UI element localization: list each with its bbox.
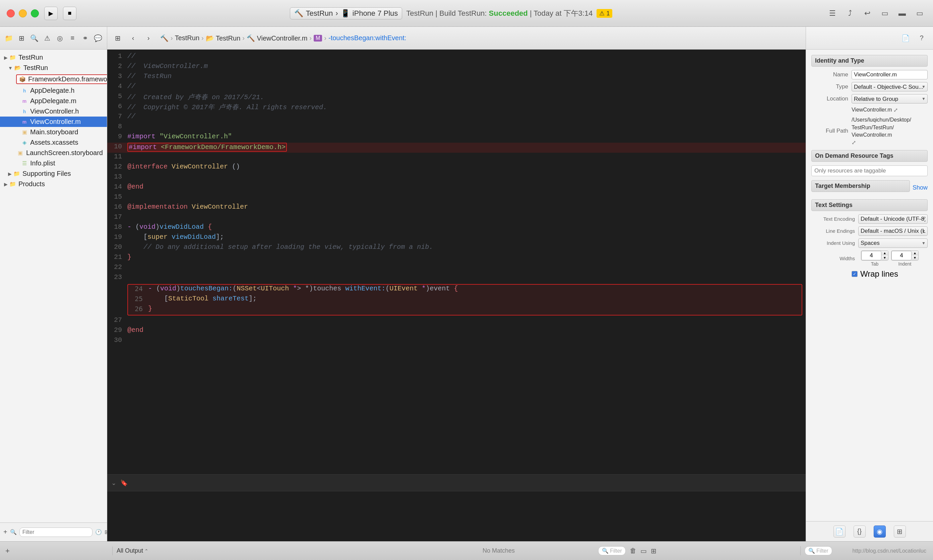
output-selector[interactable]: All Output ⌃ bbox=[117, 547, 148, 554]
sidebar-item-appdelegate-h[interactable]: h AppDelegate.h bbox=[0, 85, 107, 96]
panel-bottom-icon[interactable]: ▬ bbox=[896, 7, 909, 20]
options-icon[interactable]: ⊞ bbox=[105, 529, 107, 535]
breadcrumb-file[interactable]: 🔨 ViewController.m bbox=[247, 34, 307, 42]
run-button[interactable]: ▶ bbox=[44, 7, 58, 20]
indent-using-select[interactable]: Spaces bbox=[858, 238, 928, 248]
grid-view-icon[interactable]: ⊞ bbox=[111, 32, 124, 45]
tags-input[interactable] bbox=[811, 165, 928, 176]
item-label: Supporting Files bbox=[22, 170, 71, 177]
item-label: TestRun bbox=[19, 54, 43, 61]
nav-forward-icon[interactable]: › bbox=[142, 32, 155, 45]
file-reveal-icon[interactable]: ⤢ bbox=[893, 107, 898, 113]
circle-active-icon[interactable]: ◉ bbox=[874, 526, 886, 538]
stop-button[interactable]: ■ bbox=[63, 7, 76, 20]
close-button[interactable] bbox=[7, 9, 15, 17]
right-panel-bottom-icons: 📄 {} ◉ ⊞ bbox=[806, 521, 933, 541]
folder-icon: 📁 bbox=[9, 180, 16, 188]
breadcrumb-folder[interactable]: 📂 TestRun bbox=[206, 34, 241, 42]
sidebar-item-supporting[interactable]: ▶ 📁 Supporting Files bbox=[0, 168, 107, 179]
list-icon[interactable]: ≡ bbox=[67, 32, 77, 45]
grid-icon[interactable]: ⊞ bbox=[17, 32, 27, 45]
panel-right-icon[interactable]: ▭ bbox=[913, 7, 926, 20]
warning-icon[interactable]: ⚠ bbox=[42, 32, 52, 45]
breadcrumb: 🔨 › TestRun › 📂 TestRun › 🔨 ViewControll… bbox=[160, 34, 406, 42]
sidebar-item-viewcontroller-h[interactable]: h ViewController.h bbox=[0, 106, 107, 117]
square-icon[interactable]: ⊞ bbox=[894, 526, 906, 538]
sidebar-item-main-storyboard[interactable]: ▣ Main.storyboard bbox=[0, 127, 107, 137]
file-inspector-icon[interactable]: 📄 bbox=[833, 526, 845, 538]
disclosure-arrow: ▼ bbox=[8, 65, 13, 71]
sidebar-item-appdelegate-m[interactable]: m AppDelegate.m bbox=[0, 96, 107, 106]
curly-braces-icon[interactable]: {} bbox=[854, 526, 866, 538]
fullpath-display: /Users/luqichun/Desktop/TestRun/TestRun/… bbox=[851, 116, 928, 146]
show-link[interactable]: Show bbox=[913, 184, 928, 191]
tab-width-up[interactable]: ▲ bbox=[881, 251, 888, 255]
code-line-16: 16 @implementation ViewController bbox=[107, 203, 806, 213]
item-label: ViewController.m bbox=[30, 118, 81, 126]
layout-icon-2[interactable]: ⊞ bbox=[651, 547, 657, 555]
share-icon[interactable]: ⤴ bbox=[843, 7, 857, 20]
code-line-20: 20 // Do any additional setup after load… bbox=[107, 243, 806, 253]
tab-width-input[interactable] bbox=[861, 251, 881, 260]
wrap-lines-checkbox[interactable]: ✓ bbox=[851, 271, 857, 277]
text-encoding-select[interactable]: Default - Unicode (UTF-8) bbox=[858, 214, 928, 224]
sidebar-item-launchscreen[interactable]: ▣ LaunchScreen.storyboard bbox=[0, 148, 107, 158]
type-select[interactable]: Default - Objective-C Sou... bbox=[851, 82, 928, 91]
storyboard-icon: ▣ bbox=[21, 129, 28, 136]
plist-icon: ☰ bbox=[21, 160, 28, 167]
sidebar-filter-input[interactable] bbox=[19, 528, 93, 537]
panel-left-icon[interactable]: ▭ bbox=[878, 7, 891, 20]
reveal-icon[interactable]: ⤢ bbox=[851, 140, 856, 145]
comment-icon[interactable]: 💬 bbox=[93, 32, 103, 45]
diff-icon[interactable]: ◎ bbox=[55, 32, 65, 45]
sidebar-item-assets[interactable]: ◈ Assets.xcassets bbox=[0, 137, 107, 148]
sidebar-item-infoplist[interactable]: ☰ Info.plist bbox=[0, 158, 107, 168]
breadcrumb-testrun[interactable]: TestRun bbox=[175, 34, 199, 42]
code-editor[interactable]: 1 // 2 // ViewController.m 3 // TestRun … bbox=[107, 49, 806, 474]
search-icon[interactable]: 🔍 bbox=[29, 32, 40, 45]
name-input[interactable] bbox=[851, 70, 928, 79]
help-icon[interactable]: ? bbox=[916, 32, 928, 44]
filter-search-icon: 🔍 bbox=[602, 548, 609, 554]
link-icon[interactable]: ⚭ bbox=[80, 32, 90, 45]
sidebar-item-framework[interactable]: 📦 FrameworkDemo.framework bbox=[0, 73, 107, 85]
bookmark-icon[interactable]: 🔖 bbox=[120, 479, 128, 487]
nav-back-icon[interactable]: ‹ bbox=[127, 32, 139, 45]
minimize-button[interactable] bbox=[19, 9, 27, 17]
code-line-24: 24 - (void)touchesBegan:(NSSet<UITouch *… bbox=[128, 285, 802, 295]
sidebar-item-testrun-group[interactable]: ▼ 📂 TestRun bbox=[0, 63, 107, 73]
breadcrumb-method[interactable]: -touchesBegan:withEvent: bbox=[328, 34, 406, 42]
add-icon[interactable]: + bbox=[3, 528, 8, 536]
sidebar-item-products[interactable]: ▶ 📁 Products bbox=[0, 179, 107, 189]
build-status: TestRun | Build TestRun: Succeeded | Tod… bbox=[406, 8, 592, 18]
indent-width-input[interactable] bbox=[891, 251, 911, 260]
sidebar-toggle-icon[interactable]: ☰ bbox=[826, 7, 839, 20]
navigate-back-icon[interactable]: ↩ bbox=[861, 7, 874, 20]
sidebar-item-viewcontroller-m[interactable]: m ViewController.m bbox=[0, 117, 107, 127]
line-endings-row: Line Endings Default - macOS / Unix (LF)… bbox=[811, 226, 928, 236]
folder-icon[interactable]: 📁 bbox=[4, 32, 14, 45]
recent-icon[interactable]: 🕐 bbox=[95, 529, 102, 535]
layout-icon-1[interactable]: ▭ bbox=[640, 547, 647, 555]
trash-icon[interactable]: 🗑 bbox=[630, 547, 636, 555]
indent-width-up[interactable]: ▲ bbox=[911, 251, 918, 255]
folder-icon: 📁 bbox=[13, 170, 20, 177]
breadcrumb-m-badge[interactable]: M bbox=[314, 35, 322, 42]
maximize-button[interactable] bbox=[31, 9, 39, 17]
sidebar-item-testrun-root[interactable]: ▶ 📁 TestRun bbox=[0, 52, 107, 63]
code-line-29: 29 @end bbox=[107, 326, 806, 336]
line-endings-select[interactable]: Default - macOS / Unix (LF) bbox=[858, 226, 928, 236]
file-icon[interactable]: 📄 bbox=[899, 32, 911, 44]
location-select[interactable]: Relative to Group bbox=[851, 94, 928, 103]
chevron-down-icon[interactable]: ⌄ bbox=[111, 479, 116, 487]
sidebar: 📁 ⊞ 🔍 ⚠ ◎ ≡ ⚭ 💬 ▶ 📁 TestRun ▼ 📂 TestRun bbox=[0, 27, 107, 541]
tab-width-down[interactable]: ▼ bbox=[881, 255, 888, 260]
scheme-selector[interactable]: 🔨 TestRun › 📱 iPhone 7 Plus bbox=[290, 8, 403, 19]
device-name: iPhone 7 Plus bbox=[353, 9, 398, 18]
storyboard-icon: ▣ bbox=[17, 149, 24, 157]
indent-width-down[interactable]: ▼ bbox=[911, 255, 918, 260]
target-membership-row: Target Membership Show bbox=[811, 180, 928, 195]
code-line-15: 15 bbox=[107, 193, 806, 203]
add-bottom-icon[interactable]: + bbox=[5, 546, 10, 555]
item-label: AppDelegate.h bbox=[30, 87, 74, 94]
